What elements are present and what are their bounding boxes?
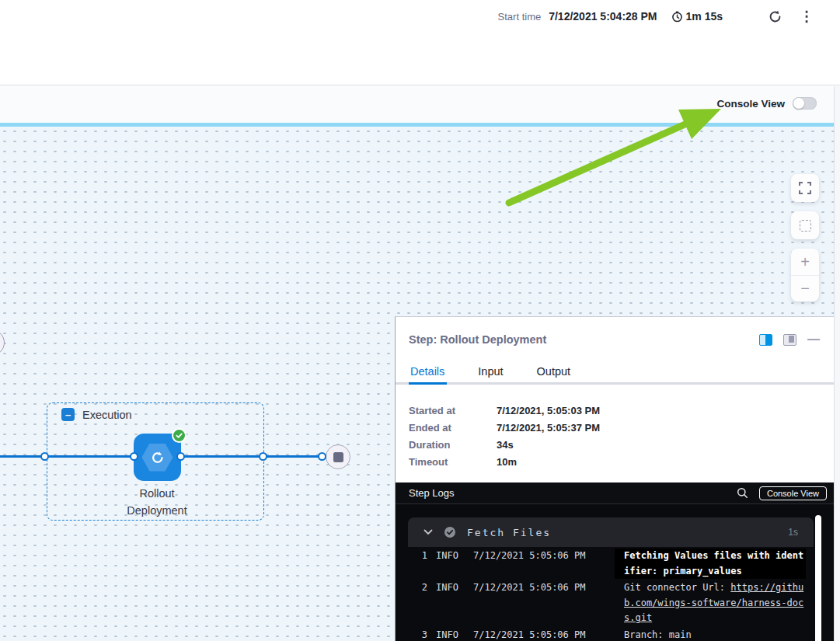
log-line: 3 INFO 7/12/2021 5:05:06 PM Branch: main [408, 626, 814, 641]
topbar-right: Start time 7/12/2021 5:04:28 PM 1m 15s [498, 6, 815, 26]
connector-dot [259, 452, 267, 461]
log-group-duration: 1s [788, 527, 798, 538]
detail-label: Timeout [409, 456, 497, 468]
log-message: Fetching Values files with identifier: p… [615, 549, 806, 579]
execution-group-label: Execution [82, 409, 132, 421]
log-message: Branch: main [615, 628, 806, 641]
duration-wrap: 1m 15s [671, 10, 723, 23]
log-level: INFO [427, 549, 464, 579]
execution-duration: 1m 15s [686, 10, 723, 23]
tab-details[interactable]: Details [409, 362, 446, 381]
step-logs-section: Step Logs Console View [396, 482, 834, 641]
offscreen-node [0, 329, 5, 356]
fit-to-screen-button[interactable] [791, 211, 819, 239]
detail-value: 34s [497, 439, 600, 451]
log-line-number: 3 [408, 628, 427, 641]
start-time-value: 7/12/2021 5:04:28 PM [549, 10, 657, 23]
success-check-icon [172, 428, 186, 443]
console-view-strip: Console View [0, 86, 840, 123]
detail-label: Ended at [409, 422, 497, 434]
start-time-label: Start time [498, 11, 542, 23]
node-label: Rollout Deployment [110, 485, 204, 519]
log-level: INFO [427, 628, 464, 641]
k8s-rollout-icon [142, 444, 173, 472]
logs-header-actions: Console View [737, 486, 827, 500]
log-timestamp: 7/12/2021 5:05:06 PM [464, 580, 615, 626]
detail-value: 7/12/2021, 5:05:37 PM [497, 422, 600, 434]
zoom-out-button[interactable]: − [791, 275, 819, 301]
step-logs-title: Step Logs [409, 487, 455, 499]
search-icon[interactable] [737, 487, 748, 499]
connector-dot [318, 452, 326, 461]
log-group-name: Fetch Files [467, 527, 551, 538]
step-success-icon [444, 526, 456, 538]
log-line: 1 INFO 7/12/2021 5:05:06 PM Fetching Val… [408, 547, 814, 579]
log-group-fetch-files[interactable]: Fetch Files 1s [408, 517, 814, 547]
clock-icon [671, 11, 683, 23]
console-view-control: Console View [716, 97, 817, 110]
log-line-number: 1 [408, 549, 427, 579]
fit-to-screen-icon [800, 220, 811, 232]
zoom-controls: + − [791, 249, 819, 301]
harness-execution-screen: Start time 7/12/2021 5:04:28 PM 1m 15s [0, 0, 840, 641]
panel-tabs: Details Input Output [409, 362, 572, 381]
log-line: 2 INFO 7/12/2021 5:05:06 PM Git connecto… [408, 579, 814, 626]
execution-group-header: – Execution [61, 408, 132, 421]
right-panel-view-icon[interactable] [783, 334, 796, 346]
minimize-panel-button[interactable]: — [807, 333, 820, 346]
console-view-toggle[interactable] [793, 97, 817, 110]
detail-value: 7/12/2021, 5:05:03 PM [497, 405, 600, 416]
collapse-group-button[interactable]: – [61, 408, 75, 421]
log-message: Git connector Url: https://github.com/wi… [615, 580, 806, 626]
panel-title: Step: Rollout Deployment [409, 333, 546, 346]
console-view-button[interactable]: Console View [759, 486, 827, 500]
detail-label: Duration [409, 439, 497, 451]
logs-scrollbar[interactable] [815, 515, 821, 641]
stop-icon [333, 452, 343, 462]
log-timestamp: 7/12/2021 5:05:06 PM [464, 549, 615, 579]
panel-header-icons: — [759, 333, 820, 346]
step-details-panel: Step: Rollout Deployment — Details Input… [395, 316, 834, 641]
chevron-down-icon [423, 529, 433, 535]
logs-body: Fetch Files 1s 1 INFO 7/12/2021 5:05:06 … [396, 504, 834, 641]
fullscreen-button[interactable] [791, 174, 819, 202]
console-view-label: Console View [716, 98, 785, 110]
connector-dot [40, 452, 49, 461]
connector-dot [176, 452, 185, 461]
log-lines: 1 INFO 7/12/2021 5:05:06 PM Fetching Val… [408, 547, 814, 641]
kebab-menu-button[interactable]: ⋮ [798, 8, 815, 25]
refresh-button[interactable] [766, 8, 784, 26]
step-details-list: Started at 7/12/2021, 5:05:03 PM Ended a… [409, 405, 600, 468]
pipeline-end-node[interactable] [326, 444, 350, 469]
active-tab-indicator [409, 382, 447, 385]
step-logs-header: Step Logs Console View [396, 482, 834, 504]
split-view-icon[interactable] [759, 334, 772, 346]
zoom-in-button[interactable]: + [791, 249, 819, 275]
panel-header: Step: Rollout Deployment — [409, 331, 820, 348]
tab-input[interactable]: Input [476, 362, 504, 381]
toggle-knob [793, 98, 804, 109]
detail-label: Started at [409, 405, 497, 416]
log-line-number: 2 [408, 580, 427, 626]
page-scroll-gutter [834, 86, 840, 641]
log-level: INFO [427, 580, 464, 626]
fullscreen-icon [799, 182, 811, 194]
tab-divider [396, 382, 834, 385]
log-message-text: Git connector Url: [624, 582, 730, 593]
connector-dot [130, 452, 138, 461]
log-timestamp: 7/12/2021 5:05:06 PM [464, 628, 615, 641]
topbar: Start time 7/12/2021 5:04:28 PM 1m 15s [0, 0, 840, 85]
detail-value: 10m [497, 456, 600, 468]
tab-output[interactable]: Output [535, 362, 573, 381]
